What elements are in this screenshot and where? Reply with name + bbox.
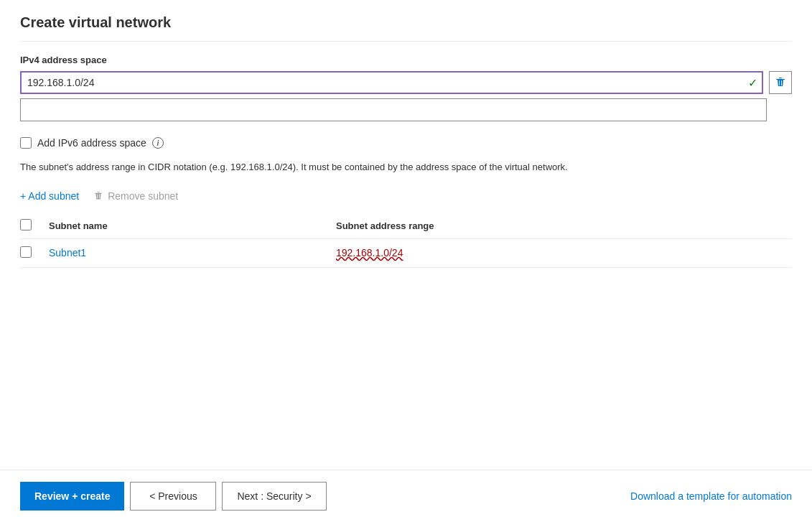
subnet-address-cell: 192.168.1.0/24: [336, 238, 792, 267]
add-subnet-label: + Add subnet: [20, 190, 79, 202]
table-header-row: Subnet name Subnet address range: [20, 213, 792, 239]
ipv4-primary-input[interactable]: 192.168.1.0/24: [20, 71, 763, 94]
subnet-table: Subnet name Subnet address range Subnet1: [20, 213, 792, 268]
previous-button[interactable]: < Previous: [130, 482, 216, 511]
ipv6-checkbox-row: Add IPv6 address space i: [20, 137, 792, 149]
ipv6-checkbox-label: Add IPv6 address space: [37, 137, 146, 149]
secondary-address-row: [20, 98, 792, 133]
review-create-button[interactable]: Review + create: [20, 482, 124, 511]
primary-address-row: 192.168.1.0/24 ✓: [20, 71, 792, 94]
ipv4-secondary-input[interactable]: [20, 98, 767, 121]
table-row: Subnet1 192.168.1.0/24: [20, 238, 792, 267]
trash-icon: [775, 77, 786, 88]
table-header-subnet-address: Subnet address range: [336, 213, 792, 239]
delete-primary-address-button[interactable]: [769, 71, 792, 94]
ipv6-checkbox[interactable]: [20, 137, 32, 149]
top-divider: [20, 41, 792, 42]
primary-address-wrapper: 192.168.1.0/24 ✓: [20, 71, 763, 94]
subnet-name-cell: Subnet1: [49, 238, 336, 267]
row-checkbox-cell: [20, 238, 49, 267]
footer: Review + create < Previous Next : Securi…: [0, 470, 812, 522]
cidr-description: The subnet's address range in CIDR notat…: [20, 160, 792, 174]
page-title: Create virtual network: [20, 14, 792, 31]
page-container: Create virtual network IPv4 address spac…: [0, 0, 812, 522]
subnet-actions: + Add subnet Remove subnet: [20, 187, 792, 205]
ipv4-section-label: IPv4 address space: [20, 55, 792, 65]
select-all-checkbox[interactable]: [20, 219, 32, 230]
subnet-row-checkbox[interactable]: [20, 246, 32, 258]
remove-subnet-button[interactable]: Remove subnet: [93, 187, 178, 205]
table-header-checkbox-cell: [20, 213, 49, 239]
ipv6-info-icon[interactable]: i: [152, 137, 164, 149]
add-subnet-button[interactable]: + Add subnet: [20, 187, 79, 205]
check-icon: ✓: [748, 76, 757, 90]
main-content: Create virtual network IPv4 address spac…: [0, 0, 812, 470]
next-security-button[interactable]: Next : Security >: [222, 482, 326, 511]
table-header-subnet-name: Subnet name: [49, 213, 336, 239]
download-template-link[interactable]: Download a template for automation: [630, 490, 792, 502]
remove-subnet-label: Remove subnet: [108, 190, 178, 202]
remove-trash-icon: [93, 191, 103, 201]
subnet1-address-range: 192.168.1.0/24: [336, 247, 403, 258]
subnet1-link[interactable]: Subnet1: [49, 247, 86, 258]
